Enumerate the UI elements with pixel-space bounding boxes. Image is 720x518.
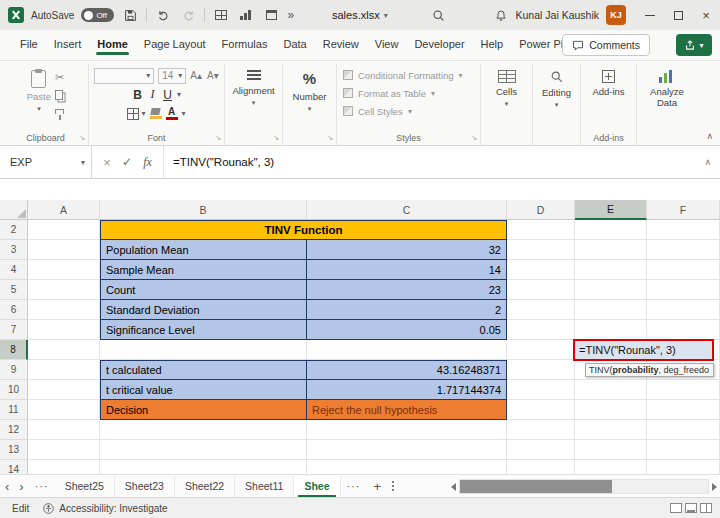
addins-button[interactable]: Add-ins — [592, 66, 624, 97]
row-header-6[interactable]: 6 — [0, 300, 28, 320]
column-header-D[interactable]: D — [507, 200, 575, 220]
row-header-9[interactable]: 9 — [0, 360, 28, 380]
cell-B2-table-title[interactable]: TINV Function — [100, 220, 507, 240]
tab-view[interactable]: View — [367, 33, 407, 57]
tab-data[interactable]: Data — [275, 33, 314, 57]
shrink-font-button[interactable]: A▾ — [207, 70, 219, 81]
cell-F14[interactable] — [647, 460, 720, 474]
search-icon[interactable] — [432, 8, 445, 26]
cell-B13[interactable] — [100, 440, 307, 460]
cell-B5-label[interactable]: Count — [100, 280, 307, 300]
cell-F6[interactable] — [647, 300, 720, 320]
cell-C7-value[interactable]: 0.05 — [307, 320, 507, 340]
cell-E4[interactable] — [575, 260, 647, 280]
cell-C4-value[interactable]: 14 — [307, 260, 507, 280]
cell-B7-label[interactable]: Significance Level — [100, 320, 307, 340]
cell-D2[interactable] — [507, 220, 575, 240]
collapse-ribbon-icon[interactable]: ∧ — [706, 131, 713, 141]
cell-F10[interactable] — [647, 380, 720, 400]
maximize-button[interactable] — [664, 0, 692, 30]
excel-app-icon[interactable] — [8, 7, 24, 23]
comments-button[interactable]: Comments — [562, 34, 650, 56]
dialog-launcher-icon[interactable]: ↘ — [273, 134, 279, 142]
share-button[interactable]: ▾ — [676, 34, 712, 56]
cell-F7[interactable] — [647, 320, 720, 340]
expand-formula-bar-icon[interactable]: ∧ — [695, 146, 720, 178]
redo-icon[interactable] — [179, 4, 197, 26]
cell-C3-value[interactable]: 32 — [307, 240, 507, 260]
cell-C8[interactable] — [307, 340, 507, 360]
tab-formulas[interactable]: Formulas — [214, 33, 276, 57]
grow-font-button[interactable]: A▴ — [190, 70, 202, 81]
tab-page-layout[interactable]: Page Layout — [136, 33, 214, 57]
table-icon[interactable] — [212, 4, 230, 26]
cell-A11[interactable] — [28, 400, 100, 420]
font-name-combobox[interactable]: ▾ — [94, 68, 154, 84]
cell-A4[interactable] — [28, 260, 100, 280]
row-header-10[interactable]: 10 — [0, 380, 28, 400]
chart-icon[interactable] — [237, 4, 255, 26]
dialog-launcher-icon[interactable]: ↘ — [471, 134, 477, 142]
tab-file[interactable]: File — [12, 33, 46, 57]
scroll-right-icon[interactable] — [712, 483, 717, 491]
cell-A7[interactable] — [28, 320, 100, 340]
row-header-2[interactable]: 2 — [0, 220, 28, 240]
select-all-corner[interactable] — [0, 200, 28, 220]
cell-E10[interactable] — [575, 380, 647, 400]
accessibility-checker[interactable]: Accessibility: Investigate — [43, 503, 167, 514]
minimize-button[interactable] — [636, 0, 664, 30]
cell-A6[interactable] — [28, 300, 100, 320]
save-icon[interactable] — [121, 4, 139, 26]
cell-C9-value[interactable]: 43.16248371 — [307, 360, 507, 380]
column-header-E[interactable]: E — [575, 200, 647, 220]
page-break-view-icon[interactable] — [700, 503, 712, 513]
cell-F3[interactable] — [647, 240, 720, 260]
cell-E5[interactable] — [575, 280, 647, 300]
previous-sheet-icon[interactable]: ‹ — [0, 479, 14, 494]
tab-insert[interactable]: Insert — [46, 33, 90, 57]
cell-C6-value[interactable]: 2 — [307, 300, 507, 320]
cell-D8[interactable] — [507, 340, 575, 360]
cell-A2[interactable] — [28, 220, 100, 240]
tab-review[interactable]: Review — [315, 33, 367, 57]
scroll-left-icon[interactable] — [451, 483, 456, 491]
tab-help[interactable]: Help — [473, 33, 512, 57]
cell-F2[interactable] — [647, 220, 720, 240]
cell-A14[interactable] — [28, 460, 100, 474]
cell-F13[interactable] — [647, 440, 720, 460]
cell-E2[interactable] — [575, 220, 647, 240]
name-box[interactable]: EXP ▾ — [0, 146, 92, 178]
cell-E11[interactable] — [575, 400, 647, 420]
dialog-launcher-icon[interactable]: ↘ — [79, 134, 85, 142]
more-sheets-left-icon[interactable]: ··· — [29, 480, 55, 492]
insert-function-icon[interactable]: fx — [143, 155, 152, 170]
chevron-down-icon[interactable]: ▾ — [177, 90, 181, 99]
more-commands-icon[interactable]: » — [287, 8, 294, 22]
cell-B3-label[interactable]: Population Mean — [100, 240, 307, 260]
formula-input[interactable]: =TINV("Rounak", 3) — [164, 146, 695, 178]
cell-C13[interactable] — [307, 440, 507, 460]
sheet-tab-sheet25[interactable]: Sheet25 — [55, 476, 115, 497]
cell-B14[interactable] — [100, 460, 307, 474]
editing-button[interactable]: Editing ▾ — [542, 66, 571, 109]
cell-B9-label[interactable]: t calculated — [100, 360, 307, 380]
cell-styles-button[interactable]: Cell Styles ▾ — [340, 102, 412, 120]
cell-E13[interactable] — [575, 440, 647, 460]
cell-D11[interactable] — [507, 400, 575, 420]
cell-E3[interactable] — [575, 240, 647, 260]
notifications-bell-icon[interactable] — [492, 4, 510, 26]
autosave-toggle[interactable]: Off — [81, 8, 114, 22]
cell-C10-value[interactable]: 1.717144374 — [307, 380, 507, 400]
cell-B6-label[interactable]: Standard Deviation — [100, 300, 307, 320]
row-header-4[interactable]: 4 — [0, 260, 28, 280]
undo-icon[interactable] — [154, 4, 172, 26]
cell-A5[interactable] — [28, 280, 100, 300]
cell-A3[interactable] — [28, 240, 100, 260]
cell-D9[interactable] — [507, 360, 575, 380]
analyze-data-button[interactable]: Analyze Data — [645, 66, 689, 108]
column-header-A[interactable]: A — [28, 200, 100, 220]
cell-B4-label[interactable]: Sample Mean — [100, 260, 307, 280]
conditional-formatting-button[interactable]: Conditional Formatting ▾ — [340, 66, 463, 84]
row-header-11[interactable]: 11 — [0, 400, 28, 420]
cell-D14[interactable] — [507, 460, 575, 474]
